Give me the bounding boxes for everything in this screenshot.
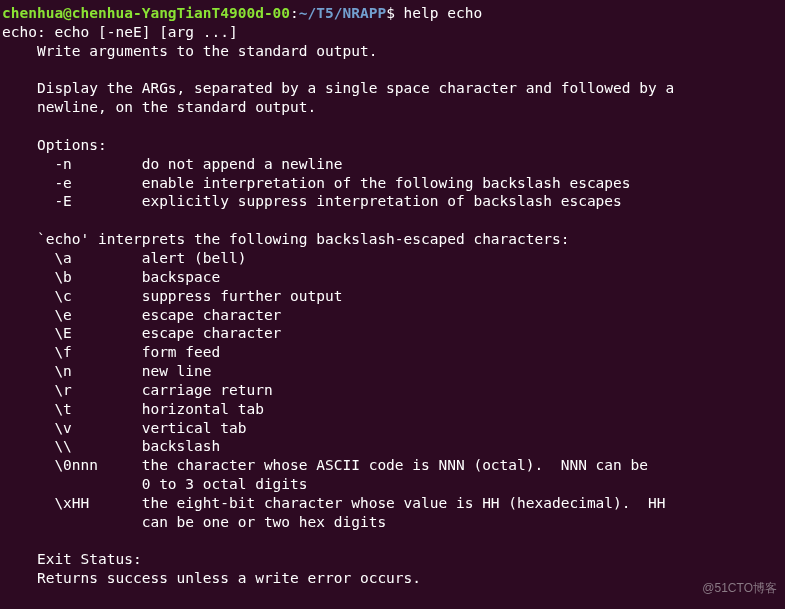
help-summary: Write arguments to the standard output. [2, 43, 377, 59]
prompt-user-host: chenhua@chenhua-YangTianT4900d-00 [2, 5, 290, 21]
help-desc-l1: Display the ARGs, separated by a single … [2, 80, 674, 96]
escape-r: \r carriage return [2, 382, 273, 398]
escape-a: \a alert (bell) [2, 250, 246, 266]
escape-v: \v vertical tab [2, 420, 246, 436]
escape-0nnn-l1: \0nnn the character whose ASCII code is … [2, 457, 648, 473]
options-header: Options: [2, 137, 107, 153]
prompt-colon: : [290, 5, 299, 21]
escape-xHH-l1: \xHH the eight-bit character whose value… [2, 495, 665, 511]
prompt-path: ~/T5/NRAPP [299, 5, 386, 21]
escape-n: \n new line [2, 363, 212, 379]
prompt-dollar: $ [386, 5, 395, 21]
exit-status-text: Returns success unless a write error occ… [2, 570, 421, 586]
escape-b: \b backspace [2, 269, 220, 285]
escape-0nnn-l2: 0 to 3 octal digits [2, 476, 308, 492]
option-e: -e enable interpretation of the followin… [2, 175, 631, 191]
escape-E: \E escape character [2, 325, 281, 341]
interp-header: `echo' interprets the following backslas… [2, 231, 569, 247]
escape-f: \f form feed [2, 344, 220, 360]
exit-status-header: Exit Status: [2, 551, 142, 567]
escape-xHH-l2: can be one or two hex digits [2, 514, 386, 530]
watermark-text: @51CTO博客 [702, 581, 777, 597]
help-synopsis: echo: echo [-neE] [arg ...] [2, 24, 238, 40]
escape-t: \t horizontal tab [2, 401, 264, 417]
terminal-output[interactable]: chenhua@chenhua-YangTianT4900d-00:~/T5/N… [2, 4, 783, 588]
escape-c: \c suppress further output [2, 288, 342, 304]
escape-e: \e escape character [2, 307, 281, 323]
option-E: -E explicitly suppress interpretation of… [2, 193, 622, 209]
option-n: -n do not append a newline [2, 156, 342, 172]
help-desc-l2: newline, on the standard output. [2, 99, 316, 115]
escape-backslash: \\ backslash [2, 438, 220, 454]
command-text: help echo [404, 5, 483, 21]
